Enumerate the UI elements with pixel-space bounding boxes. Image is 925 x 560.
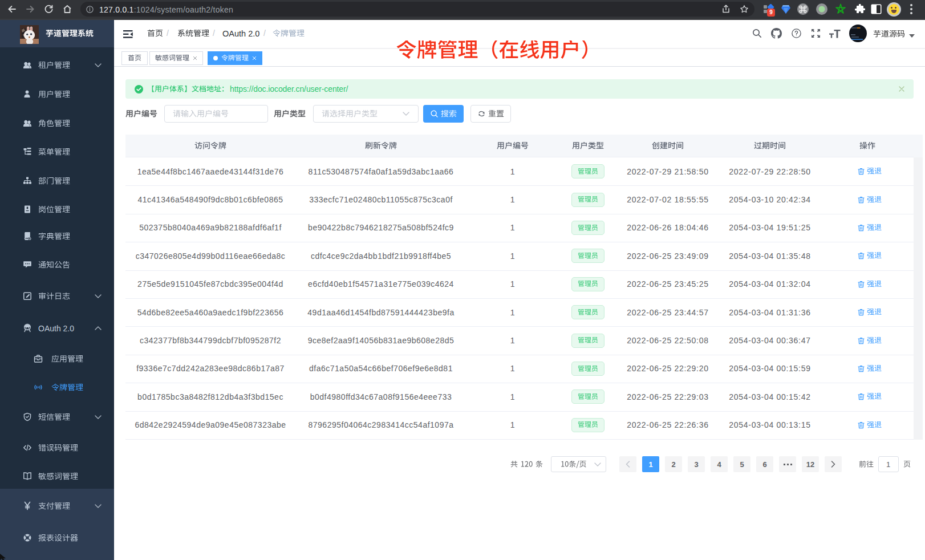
svg-text:A: A — [37, 385, 39, 389]
